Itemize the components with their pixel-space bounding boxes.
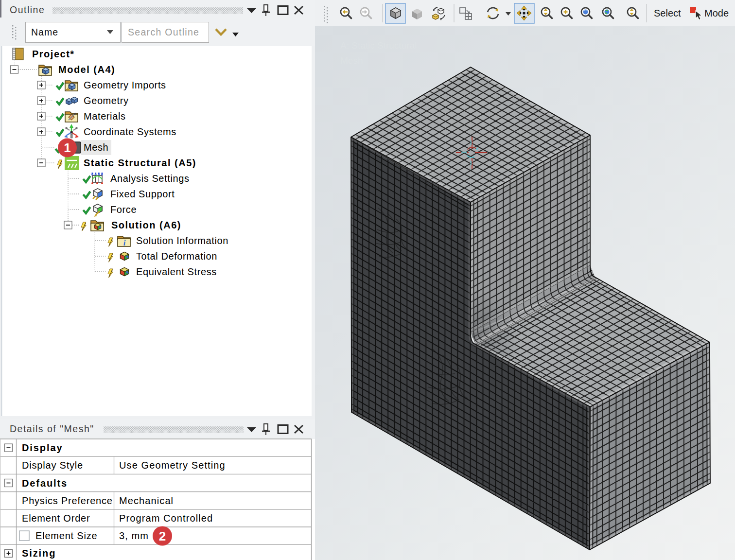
svg-text:Mechanical: Mechanical (119, 495, 174, 506)
svg-text:Defaults: Defaults (22, 478, 68, 489)
svg-text:Element Size: Element Size (35, 530, 97, 541)
svg-text:Program Controlled: Program Controlled (119, 513, 213, 524)
svg-text:Display Style: Display Style (22, 460, 83, 471)
svg-text:Sizing: Sizing (22, 548, 56, 559)
svg-text:Mode: Mode (704, 8, 729, 18)
svg-text:Use Geometry Setting: Use Geometry Setting (119, 460, 226, 471)
svg-text:Element Order: Element Order (22, 513, 90, 524)
svg-text:2: 2 (159, 529, 166, 543)
svg-text:3, mm: 3, mm (119, 530, 149, 541)
svg-text:Display: Display (22, 442, 63, 453)
svg-text:Physics Preference: Physics Preference (22, 495, 113, 506)
svg-text:Select: Select (654, 8, 681, 18)
